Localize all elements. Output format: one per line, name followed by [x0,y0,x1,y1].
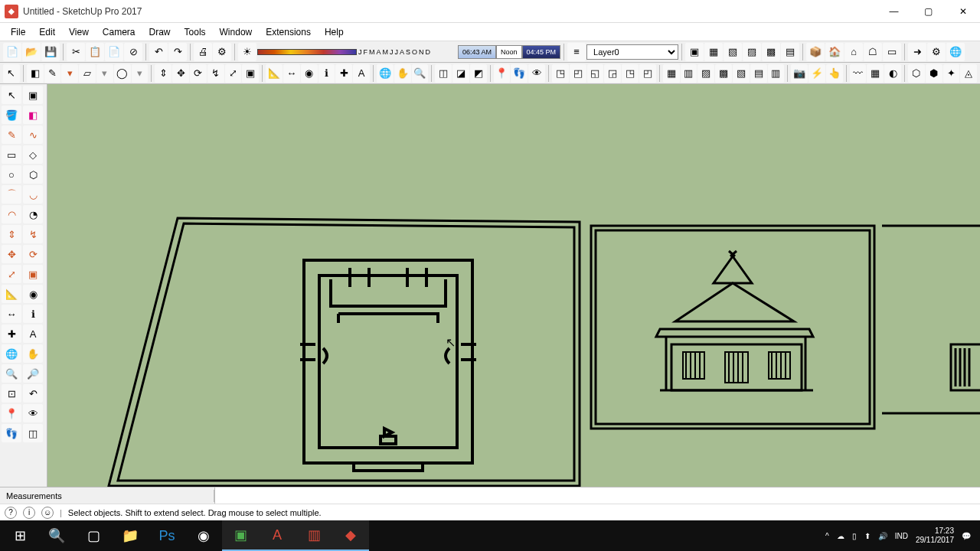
tray-notifications-icon[interactable]: 💬 [962,532,971,540]
protractor-side[interactable]: ◉ [23,285,43,303]
offset-tool-side[interactable]: ▣ [23,265,43,283]
ext-manager-button[interactable]: ⚙ [927,43,946,61]
sketchup-task[interactable]: ◆ [332,520,369,551]
section-plane-side[interactable]: ◫ [23,424,43,442]
tray-volume-icon[interactable]: 🔊 [878,532,887,540]
tape-tool-side[interactable]: 📐 [2,285,21,303]
menu-file[interactable]: File [5,25,31,39]
maximize-button[interactable]: ▢ [911,0,946,23]
arc-tool[interactable]: ⌒ [2,185,21,204]
close-button[interactable]: ✕ [946,0,980,23]
menu-tools[interactable]: Tools [178,25,212,39]
zoom-side[interactable]: 🔍 [2,364,21,383]
push-pull-side[interactable]: ⇕ [2,225,21,243]
section-tool[interactable]: ◫ [435,64,452,83]
make-component-button[interactable]: ▣ [23,86,43,104]
iso-view-button[interactable]: ◳ [552,64,569,83]
previous-side[interactable]: ↶ [23,384,43,403]
eraser-tool-side[interactable]: ◧ [23,106,43,124]
paint-bucket-tool[interactable]: 🪣 [2,106,21,124]
hidden-line-style-button[interactable]: ▩ [715,64,732,83]
line-tool[interactable]: ✎ [44,64,61,83]
open-button[interactable]: 📂 [22,43,41,61]
menu-window[interactable]: Window [214,25,259,39]
3d-text-side[interactable]: A [23,324,43,343]
look-around-side[interactable]: 👁 [23,404,43,422]
photoshop-task[interactable]: Ps [149,520,185,551]
front-view-button[interactable]: ◱ [587,64,604,83]
sandbox-scratch-button[interactable]: ▦ [867,64,884,83]
sandbox-detail-button[interactable]: ✦ [943,64,960,83]
solid-outer-button[interactable]: ▣ [685,43,704,61]
menu-edit[interactable]: Edit [33,25,61,39]
sandbox-contours-button[interactable]: 〰 [850,64,867,83]
layer-icon[interactable]: ≡ [567,43,586,61]
cut-button[interactable]: ✂ [67,43,85,61]
follow-me-side[interactable]: ↯ [23,225,43,243]
shaded-tex-style-button[interactable]: ▤ [750,64,767,83]
dynamic-component-button[interactable]: ⚡ [808,64,825,83]
position-camera-tool[interactable]: 📍 [494,64,511,83]
app-task-1[interactable]: ▥ [296,520,332,551]
sandbox-flip-button[interactable]: ◬ [960,64,977,83]
user-icon[interactable]: ☺ [41,507,54,519]
tray-up-icon[interactable]: ^ [825,532,829,540]
pie-tool[interactable]: ◔ [23,205,43,223]
interact-button[interactable]: 👆 [826,64,843,83]
top-view-button[interactable]: ◰ [570,64,586,83]
menu-view[interactable]: View [63,25,95,39]
left-view-button[interactable]: ◰ [639,64,656,83]
polygon-tool[interactable]: ⬡ [23,165,43,184]
month-strip[interactable]: JF MA MJ JA SO ND [358,45,457,59]
camtasia-task[interactable]: ▣ [222,520,259,551]
xray-style-button[interactable]: ▦ [663,64,680,83]
2pt-arc-tool[interactable]: ◡ [23,185,43,204]
orbit-side[interactable]: 🌐 [2,344,21,363]
pan-side[interactable]: ✋ [23,344,43,363]
wireframe-style-button[interactable]: ▨ [697,64,714,83]
tray-battery-icon[interactable]: ▯ [852,532,857,540]
text-tool[interactable]: ℹ [318,64,335,83]
ext-warehouse-button[interactable]: ➜ [908,43,926,61]
model-info-button[interactable]: ⚙ [213,43,231,61]
print-button[interactable]: 🖨 [194,43,212,61]
mono-style-button[interactable]: ▥ [768,64,785,83]
follow-me-tool[interactable]: ↯ [207,64,224,83]
undo-button[interactable]: ↶ [149,43,168,61]
solid-split-button[interactable]: ▤ [781,43,799,61]
menu-help[interactable]: Help [318,25,350,39]
search-button[interactable]: 🔍 [38,520,75,551]
tray-lang[interactable]: IND [895,532,908,540]
3d-text-tool[interactable]: A [353,64,370,83]
start-button[interactable]: ⊞ [2,520,38,551]
zoom-tool[interactable]: 🔍 [412,64,429,83]
eraser-tool[interactable]: ◧ [27,64,44,83]
copy-button[interactable]: 📋 [86,43,104,61]
zoom-window-side[interactable]: 🔎 [23,364,43,383]
tape-tool[interactable]: 📐 [266,64,283,83]
scale-tool-side[interactable]: ⤢ [2,265,21,283]
chrome-task[interactable]: ◉ [185,520,222,551]
walk-side[interactable]: 👣 [2,424,21,442]
text-side[interactable]: ℹ [23,305,43,323]
rectangle-tool-side[interactable]: ▭ [2,145,21,164]
solid-union-button[interactable]: ▧ [724,43,742,61]
share-model-button[interactable]: ⌂ [844,43,863,61]
back-view-button[interactable]: ◳ [622,64,639,83]
shadow-time-slider[interactable]: 06:43 AM Noon 04:45 PM [458,45,560,59]
zoom-extents-side[interactable]: ⊡ [2,384,21,403]
geo-location-button[interactable]: 🌐 [946,43,965,61]
protractor-tool[interactable]: ◉ [301,64,318,83]
menu-extensions[interactable]: Extensions [260,25,317,39]
rectangle-tool[interactable]: ▱ [79,64,96,83]
move-tool[interactable]: ✥ [172,64,189,83]
save-button[interactable]: 💾 [41,43,60,61]
upload-button[interactable]: ☖ [864,43,882,61]
line-tool-side[interactable]: ✎ [2,126,21,144]
tray-clock[interactable]: 17:23 29/11/2017 [916,527,954,545]
advanced-camera-button[interactable]: 📷 [791,64,808,83]
shadow-toggle-button[interactable]: ☀ [238,43,256,61]
erase-button[interactable]: ⊘ [124,43,142,61]
help-icon[interactable]: ? [5,507,17,519]
walk-tool[interactable]: 👣 [511,64,528,83]
